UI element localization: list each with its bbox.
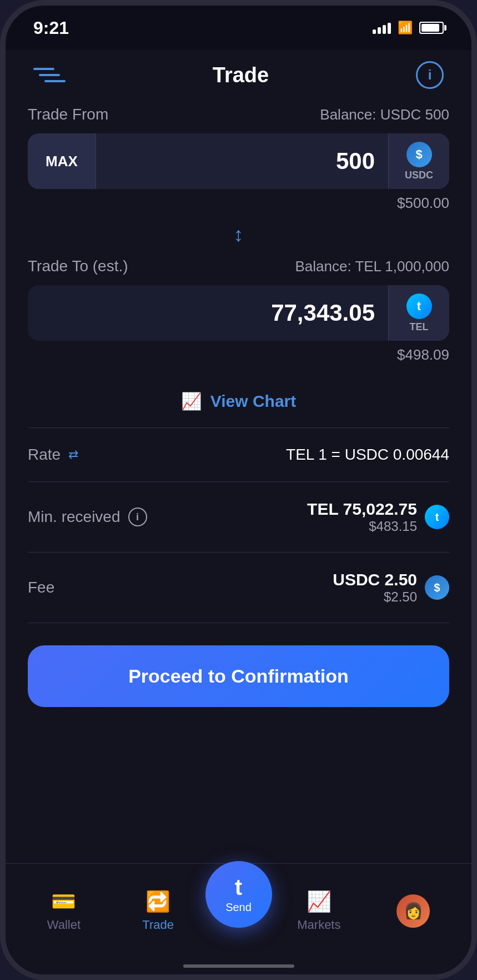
battery-icon	[419, 22, 444, 34]
trade-from-header: Trade From Balance: USDC 500	[28, 106, 449, 123]
rate-value: TEL 1 = USDC 0.00644	[286, 446, 449, 464]
info-button[interactable]: i	[416, 61, 444, 89]
status-icons: 📶	[373, 21, 444, 35]
status-time: 9:21	[33, 18, 69, 38]
app-content: Trade i Trade From Balance: USDC 500 MAX…	[6, 50, 471, 974]
rate-label-group: Rate ⇄	[28, 446, 78, 464]
min-received-label: Min. received	[28, 508, 120, 526]
nav-trade[interactable]: 🔁 Trade	[111, 890, 205, 932]
fee-sub: $2.50	[333, 589, 417, 605]
home-indicator	[6, 958, 471, 974]
trade-to-amount[interactable]: 77,343.05	[28, 300, 388, 326]
chart-icon: 📈	[181, 391, 202, 411]
nav-wallet[interactable]: 💳 Wallet	[17, 890, 111, 932]
fee-label: Fee	[28, 579, 54, 596]
rate-row: Rate ⇄ TEL 1 = USDC 0.00644	[28, 428, 449, 482]
trade-to-header: Trade To (est.) Balance: TEL 1,000,000	[28, 257, 449, 275]
swap-arrows-icon[interactable]: ↕	[234, 223, 244, 246]
usdc-label: USDC	[405, 170, 433, 181]
trade-to-balance: Balance: TEL 1,000,000	[295, 258, 449, 275]
trade-from-usd: $500.00	[28, 195, 449, 212]
trade-to-input-box[interactable]: 77,343.05 t TEL	[28, 285, 449, 341]
trade-from-amount[interactable]: 500	[96, 148, 388, 175]
nav-markets-label: Markets	[297, 918, 340, 932]
tel-icon: t	[406, 293, 432, 319]
trade-to-label: Trade To (est.)	[28, 257, 128, 275]
trade-from-balance: Balance: USDC 500	[320, 106, 449, 123]
fee-value-group: USDC 2.50 $2.50 $	[333, 570, 449, 605]
fee-values: USDC 2.50 $2.50	[333, 570, 417, 605]
proceed-button[interactable]: Proceed to Confirmation	[28, 645, 449, 707]
view-chart-button[interactable]: 📈 View Chart	[28, 375, 449, 427]
rate-swap-icon[interactable]: ⇄	[68, 447, 78, 462]
swap-row: ↕	[28, 223, 449, 246]
nav-wallet-label: Wallet	[47, 918, 81, 932]
view-chart-label: View Chart	[210, 392, 297, 411]
nav-trade-label: Trade	[142, 918, 174, 932]
avatar: 👩	[396, 894, 430, 928]
min-received-main: TEL 75,022.75	[307, 500, 417, 519]
nav-profile[interactable]: 👩	[366, 894, 460, 928]
fee-row: Fee USDC 2.50 $2.50 $	[28, 553, 449, 623]
usdc-icon: $	[406, 142, 432, 167]
scroll-area[interactable]: Trade From Balance: USDC 500 MAX 500 $ U…	[6, 106, 471, 863]
fee-main: USDC 2.50	[333, 570, 417, 589]
bottom-nav: 💳 Wallet 🔁 Trade t Send 📈 Markets 👩	[6, 863, 471, 958]
tel-icon-min: t	[425, 505, 449, 529]
min-received-values: TEL 75,022.75 $483.15	[307, 500, 417, 534]
page-title: Trade	[213, 63, 269, 87]
info-icon[interactable]: i	[128, 508, 147, 526]
signal-icon	[373, 22, 391, 34]
min-received-value-group: TEL 75,022.75 $483.15 t	[307, 500, 449, 534]
trade-to-token[interactable]: t TEL	[388, 285, 449, 341]
trade-from-label: Trade From	[28, 106, 108, 123]
trade-to-usd: $498.09	[28, 346, 449, 364]
trade-from-token[interactable]: $ USDC	[388, 133, 449, 189]
trade-icon: 🔁	[145, 890, 170, 913]
menu-button[interactable]	[33, 68, 66, 82]
min-received-sub: $483.15	[307, 519, 417, 534]
tel-label: TEL	[410, 321, 429, 333]
usdc-icon-fee: $	[425, 575, 449, 600]
wifi-icon: 📶	[398, 21, 413, 35]
nav-send-label: Send	[225, 901, 252, 914]
send-center-icon: t	[235, 875, 242, 900]
min-received-row: Min. received i TEL 75,022.75 $483.15 t	[28, 482, 449, 553]
markets-icon: 📈	[307, 890, 332, 913]
header: Trade i	[6, 50, 471, 106]
trade-from-input-box[interactable]: MAX 500 $ USDC	[28, 133, 449, 189]
wallet-icon: 💳	[51, 890, 76, 913]
rate-label: Rate	[28, 446, 61, 464]
nav-markets[interactable]: 📈 Markets	[272, 890, 366, 932]
nav-send[interactable]: t Send	[205, 861, 272, 928]
max-button[interactable]: MAX	[28, 133, 96, 189]
home-bar	[183, 964, 294, 968]
min-received-label-group: Min. received i	[28, 508, 147, 526]
